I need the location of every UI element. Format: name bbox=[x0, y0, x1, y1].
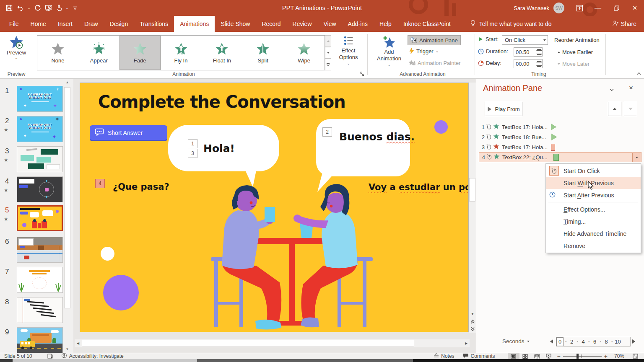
animation-tag-2[interactable]: 2 bbox=[322, 127, 332, 137]
slide-5-thumbnail[interactable] bbox=[17, 205, 63, 231]
tab-transitions[interactable]: Transitions bbox=[134, 16, 174, 32]
accessibility-checker[interactable]: Accessibility: Investigate bbox=[57, 353, 128, 359]
gallery-scroll-up[interactable] bbox=[325, 35, 331, 47]
scroll-down-icon[interactable]: ▼ bbox=[64, 346, 71, 353]
animation-tag-3[interactable]: 3 bbox=[188, 149, 197, 158]
timeline-marker[interactable] bbox=[551, 134, 557, 140]
thumbnail-slide-8[interactable]: 8 bbox=[0, 297, 73, 325]
timeline-scroll-right-icon[interactable] bbox=[632, 339, 635, 344]
animation-none[interactable]: None bbox=[37, 36, 78, 70]
menu-item-remove[interactable]: Remove bbox=[546, 240, 641, 252]
animation-fade[interactable]: Fade bbox=[119, 36, 161, 70]
delay-spinner[interactable] bbox=[514, 59, 543, 68]
tab-record[interactable]: Record bbox=[256, 16, 286, 32]
thumbnail-slide-7[interactable]: 7 bbox=[0, 267, 73, 295]
animation-split[interactable]: Split bbox=[242, 36, 283, 70]
short-answer-button[interactable]: Short Answer bbox=[90, 125, 167, 140]
slide-title[interactable]: Complete the Conversation bbox=[98, 92, 345, 111]
trigger-button[interactable]: Trigger ⌄ bbox=[409, 48, 439, 54]
menu-item-hide-advanced-timeline[interactable]: Hide Advanced Timeline bbox=[546, 228, 641, 240]
slide-8-thumbnail[interactable] bbox=[17, 297, 63, 323]
start-dropdown[interactable]: On Click bbox=[502, 35, 548, 45]
zoom-slider[interactable] bbox=[563, 356, 602, 357]
move-up-button[interactable] bbox=[608, 102, 621, 116]
timeline-bar[interactable] bbox=[553, 154, 559, 161]
delay-up-icon[interactable] bbox=[536, 59, 542, 64]
scroll-left-icon[interactable]: ◀ bbox=[75, 339, 81, 347]
menu-item-effect-options[interactable]: Effect Options... bbox=[546, 203, 641, 215]
tell-me-box[interactable]: Tell me what you want to do bbox=[464, 16, 558, 32]
duration-spinner[interactable] bbox=[514, 47, 543, 57]
thumbnail-slide-9[interactable]: 9 bbox=[0, 327, 73, 353]
tab-view[interactable]: View bbox=[318, 16, 342, 32]
tab-animations[interactable]: Animations bbox=[174, 16, 215, 32]
tab-insert[interactable]: Insert bbox=[52, 16, 78, 32]
animation-appear[interactable]: Appear bbox=[78, 36, 119, 70]
thumbnail-slide-5[interactable]: 5 ★ bbox=[0, 205, 73, 233]
slide-vertical-scrollbar[interactable]: ▼ bbox=[469, 83, 476, 333]
zoom-in-button[interactable]: + bbox=[602, 353, 610, 359]
pane-options-chevron-icon[interactable] bbox=[610, 86, 614, 93]
slide-canvas[interactable]: Complete the Conversation Short Answer 1… bbox=[80, 83, 469, 332]
slide-7-thumbnail[interactable] bbox=[17, 267, 63, 293]
hola-text[interactable]: Hola! bbox=[203, 142, 235, 155]
slide-6-thumbnail[interactable] bbox=[17, 237, 63, 263]
animation-item-2[interactable]: 2 TextBox 18: Bue... bbox=[479, 132, 638, 142]
fit-to-window-icon[interactable] bbox=[628, 353, 644, 359]
thumbnail-slide-6[interactable]: 6 bbox=[0, 237, 73, 264]
menu-item-timing[interactable]: Timing... bbox=[546, 215, 641, 228]
thumbnail-slide-2[interactable]: 2 ★ POWERPOINTANIMATIONS ✦ ✦ ✶ bbox=[0, 116, 73, 144]
animation-tag-4-selected[interactable]: 4 bbox=[95, 179, 105, 188]
scroll-down-icon[interactable]: ▼ bbox=[469, 310, 476, 318]
slide-4-thumbnail[interactable] bbox=[17, 176, 63, 202]
ribbon-display-options-icon[interactable] bbox=[570, 0, 589, 16]
animation-dialog-launcher-icon[interactable] bbox=[360, 71, 364, 78]
scrollbar-thumb[interactable] bbox=[469, 178, 475, 202]
tab-slide-show[interactable]: Slide Show bbox=[215, 16, 256, 32]
effect-options-button[interactable]: Effect Options ⌄ bbox=[333, 35, 364, 65]
slide-sorter-view-button[interactable] bbox=[519, 353, 531, 359]
thumbnail-slide-1[interactable]: 1 POWERPOINTANIMATIONS ✦ ✦ ✳ bbox=[0, 86, 73, 114]
animation-pane-button[interactable]: Animation Pane bbox=[408, 35, 461, 45]
thumbnail-scrollbar[interactable]: ▲ ▼ bbox=[64, 79, 71, 353]
reading-view-button[interactable] bbox=[531, 353, 543, 359]
delay-down-icon[interactable] bbox=[536, 64, 542, 68]
scroll-up-icon[interactable]: ▲ bbox=[64, 79, 71, 86]
animation-fly-in[interactable]: Fly In bbox=[161, 36, 202, 70]
buenos-dias-text[interactable]: Buenos dias. bbox=[339, 131, 415, 143]
zoom-level[interactable]: 70% bbox=[610, 353, 628, 359]
close-button[interactable]: × bbox=[626, 0, 644, 16]
move-earlier-button[interactable]: Move Earlier bbox=[558, 49, 593, 55]
tab-design[interactable]: Design bbox=[104, 16, 134, 32]
slide-show-view-button[interactable] bbox=[543, 353, 555, 359]
tab-inknoe-classpoint[interactable]: Inknoe ClassPoint bbox=[397, 16, 457, 32]
que-pasa-text[interactable]: ¿Que pasa? bbox=[113, 182, 169, 192]
seconds-dropdown[interactable]: Seconds bbox=[502, 338, 530, 344]
thumbnail-slide-3[interactable]: 3 ★ bbox=[0, 146, 73, 174]
duration-input[interactable] bbox=[514, 48, 536, 56]
delay-input[interactable] bbox=[514, 59, 536, 68]
timeline-scale[interactable]: 0 •2 •4 •6 •8 •10 bbox=[556, 337, 631, 346]
spell-check-icon[interactable] bbox=[43, 353, 57, 359]
animation-item-1[interactable]: 1 TextBox 17: Hola... bbox=[479, 122, 638, 132]
notes-button[interactable]: Notes bbox=[429, 353, 458, 359]
slide-horizontal-scrollbar[interactable]: ◀ ▶ bbox=[75, 339, 470, 347]
slide-counter[interactable]: Slide 5 of 10 bbox=[0, 353, 36, 359]
tab-draw[interactable]: Draw bbox=[78, 16, 104, 32]
animation-wipe[interactable]: Wipe bbox=[283, 36, 325, 70]
zoom-slider-thumb[interactable] bbox=[576, 354, 579, 359]
move-later-button[interactable]: Move Later bbox=[558, 61, 589, 67]
thumbnail-slide-4[interactable]: 4 ★ bbox=[0, 176, 73, 204]
tab-add-ins[interactable]: Add-ins bbox=[342, 16, 374, 32]
timeline-scroll-left-icon[interactable] bbox=[550, 339, 553, 344]
animation-item-4-selected[interactable]: 4 TextBox 22: ¿Qu... bbox=[479, 152, 641, 162]
share-button[interactable]: Share bbox=[605, 16, 644, 32]
normal-view-button[interactable] bbox=[508, 353, 519, 359]
menu-item-start-on-click[interactable]: Start On Click bbox=[546, 165, 641, 177]
tab-home[interactable]: Home bbox=[25, 16, 52, 32]
play-from-button[interactable]: Play From bbox=[485, 102, 522, 116]
comments-button[interactable]: Comments bbox=[459, 353, 499, 359]
preview-button[interactable]: Preview ⌄ bbox=[4, 35, 29, 60]
timeline-bar[interactable] bbox=[551, 144, 555, 151]
tab-file[interactable]: File bbox=[3, 16, 25, 32]
